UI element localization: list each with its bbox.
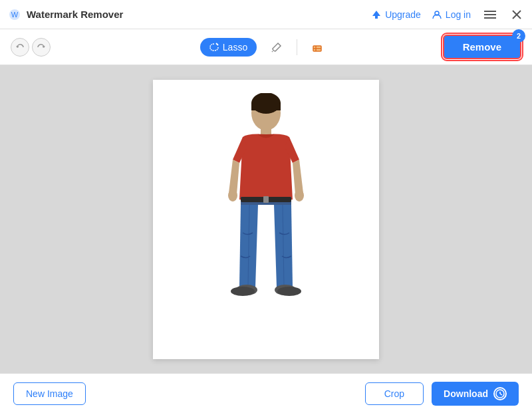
app-icon: W bbox=[8, 8, 21, 21]
eraser-tool-button[interactable] bbox=[303, 38, 332, 57]
download-clock-icon bbox=[493, 387, 507, 400]
person-figure bbox=[200, 93, 332, 346]
svg-text:W: W bbox=[11, 11, 19, 19]
svg-point-22 bbox=[231, 287, 255, 296]
bottom-right-actions: Crop Download bbox=[365, 382, 519, 406]
svg-line-27 bbox=[500, 394, 502, 395]
title-bar-left: W Watermark Remover bbox=[8, 8, 123, 21]
lasso-tool-button[interactable]: Lasso bbox=[200, 38, 257, 57]
tool-separator bbox=[297, 39, 297, 55]
toolbar-nav bbox=[11, 38, 51, 57]
svg-rect-18 bbox=[263, 196, 269, 203]
crop-button[interactable]: Crop bbox=[365, 382, 424, 405]
close-button[interactable] bbox=[509, 7, 524, 22]
menu-button[interactable] bbox=[481, 7, 499, 22]
undo-button[interactable] bbox=[11, 38, 29, 57]
title-bar: W Watermark Remover Upgrade Log in bbox=[0, 0, 532, 29]
remove-button[interactable]: Remove bbox=[443, 35, 521, 59]
download-button[interactable]: Download bbox=[432, 382, 519, 406]
svg-marker-2 bbox=[372, 11, 380, 19]
brush-tool-button[interactable] bbox=[262, 38, 291, 57]
title-bar-right: Upgrade Log in bbox=[371, 7, 524, 22]
toolbar-tools: Lasso bbox=[200, 38, 332, 57]
canvas-area bbox=[0, 65, 532, 373]
app-title: Watermark Remover bbox=[27, 9, 123, 20]
svg-point-14 bbox=[228, 190, 237, 202]
new-image-button[interactable]: New Image bbox=[13, 382, 86, 405]
remove-button-wrapper: 2 Remove bbox=[443, 35, 521, 59]
toolbar: Lasso 2 Remove bbox=[0, 29, 532, 65]
login-button[interactable]: Log in bbox=[432, 9, 471, 20]
svg-rect-12 bbox=[251, 102, 281, 110]
image-container bbox=[153, 80, 379, 359]
svg-point-24 bbox=[277, 287, 301, 296]
redo-button[interactable] bbox=[32, 38, 51, 57]
remove-badge: 2 bbox=[512, 29, 525, 43]
bottom-bar: New Image Crop Download bbox=[0, 373, 532, 413]
upgrade-button[interactable]: Upgrade bbox=[371, 9, 421, 20]
svg-point-15 bbox=[295, 190, 304, 202]
